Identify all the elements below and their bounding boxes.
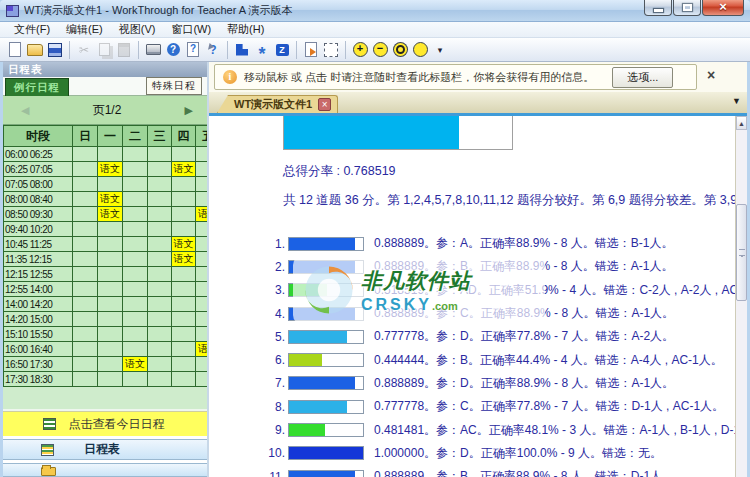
scroll-up-icon[interactable] xyxy=(736,116,747,130)
schedule-empty-cell[interactable] xyxy=(172,372,195,386)
schedule-empty-cell[interactable] xyxy=(98,372,122,386)
schedule-empty-cell[interactable] xyxy=(196,312,209,326)
schedule-lesson-cell[interactable]: 语文 xyxy=(196,207,209,221)
tab-special-schedule[interactable]: 特殊日程 xyxy=(146,77,202,95)
pager-prev-icon[interactable]: ◀ xyxy=(21,104,29,117)
schedule-empty-cell[interactable] xyxy=(73,342,97,356)
schedule-empty-cell[interactable] xyxy=(98,327,122,341)
toolbar-help-topics-button[interactable] xyxy=(183,40,203,60)
schedule-empty-cell[interactable] xyxy=(196,297,209,311)
maximize-button[interactable] xyxy=(673,0,701,16)
toolbar-toolbar-more-button[interactable] xyxy=(430,40,450,60)
schedule-empty-cell[interactable] xyxy=(172,282,195,296)
schedule-empty-cell[interactable] xyxy=(148,237,171,251)
schedule-empty-cell[interactable] xyxy=(172,222,195,236)
toolbar-new-document-button[interactable] xyxy=(5,40,25,60)
nav-item-files[interactable] xyxy=(3,463,207,477)
schedule-empty-cell[interactable] xyxy=(98,282,122,296)
schedule-empty-cell[interactable] xyxy=(172,327,195,341)
schedule-lesson-cell[interactable]: 语文 xyxy=(98,162,122,176)
schedule-empty-cell[interactable] xyxy=(196,162,209,176)
toolbar-open-file-button[interactable] xyxy=(25,40,45,60)
menu-item-help[interactable]: 帮助(H) xyxy=(219,21,272,38)
toolbar-about-help-button[interactable] xyxy=(163,40,183,60)
menu-item-view[interactable]: 视图(V) xyxy=(111,21,164,38)
schedule-empty-cell[interactable] xyxy=(73,282,97,296)
schedule-empty-cell[interactable] xyxy=(148,312,171,326)
schedule-empty-cell[interactable] xyxy=(196,252,209,266)
schedule-empty-cell[interactable] xyxy=(148,147,171,161)
schedule-empty-cell[interactable] xyxy=(123,372,147,386)
toolbar-zoom-reset-button[interactable] xyxy=(390,40,410,60)
schedule-empty-cell[interactable] xyxy=(148,372,171,386)
schedule-empty-cell[interactable] xyxy=(98,312,122,326)
toolbar-zoom-out-button[interactable] xyxy=(370,40,390,60)
schedule-empty-cell[interactable] xyxy=(73,372,97,386)
schedule-empty-cell[interactable] xyxy=(148,222,171,236)
schedule-lesson-cell[interactable]: 语文 xyxy=(172,162,195,176)
schedule-empty-cell[interactable] xyxy=(123,237,147,251)
schedule-empty-cell[interactable] xyxy=(98,357,122,371)
schedule-empty-cell[interactable] xyxy=(98,222,122,236)
schedule-empty-cell[interactable] xyxy=(172,297,195,311)
schedule-empty-cell[interactable] xyxy=(73,177,97,191)
schedule-empty-cell[interactable] xyxy=(123,162,147,176)
schedule-empty-cell[interactable] xyxy=(98,342,122,356)
schedule-empty-cell[interactable] xyxy=(73,237,97,251)
schedule-empty-cell[interactable] xyxy=(172,342,195,356)
schedule-empty-cell[interactable] xyxy=(73,297,97,311)
schedule-empty-cell[interactable] xyxy=(73,162,97,176)
schedule-lesson-cell[interactable]: 语文 xyxy=(98,207,122,221)
schedule-empty-cell[interactable] xyxy=(123,282,147,296)
schedule-empty-cell[interactable] xyxy=(172,267,195,281)
toolbar-report-export-button[interactable] xyxy=(301,40,321,60)
schedule-empty-cell[interactable] xyxy=(98,237,122,251)
schedule-empty-cell[interactable] xyxy=(73,147,97,161)
schedule-empty-cell[interactable] xyxy=(123,327,147,341)
close-button[interactable] xyxy=(702,0,744,16)
minimize-button[interactable] xyxy=(644,0,672,16)
schedule-empty-cell[interactable] xyxy=(98,177,122,191)
schedule-empty-cell[interactable] xyxy=(196,147,209,161)
notification-close-icon[interactable] xyxy=(704,69,718,83)
schedule-empty-cell[interactable] xyxy=(172,192,195,206)
schedule-empty-cell[interactable] xyxy=(98,252,122,266)
schedule-empty-cell[interactable] xyxy=(73,327,97,341)
toolbar-save-button[interactable] xyxy=(45,40,65,60)
schedule-lesson-cell[interactable]: 语文 xyxy=(172,252,195,266)
schedule-empty-cell[interactable] xyxy=(123,297,147,311)
schedule-empty-cell[interactable] xyxy=(123,207,147,221)
schedule-empty-cell[interactable] xyxy=(98,267,122,281)
schedule-empty-cell[interactable] xyxy=(196,222,209,236)
tab-list-dropdown-icon[interactable] xyxy=(732,96,741,106)
schedule-empty-cell[interactable] xyxy=(73,312,97,326)
toolbar-settings-button[interactable] xyxy=(252,40,272,60)
schedule-empty-cell[interactable] xyxy=(98,147,122,161)
schedule-empty-cell[interactable] xyxy=(172,177,195,191)
scrollbar-thumb[interactable] xyxy=(736,204,747,301)
schedule-empty-cell[interactable] xyxy=(73,222,97,236)
schedule-empty-cell[interactable] xyxy=(196,192,209,206)
toolbar-statistics-chart-button[interactable] xyxy=(232,40,252,60)
schedule-empty-cell[interactable] xyxy=(123,342,147,356)
tab-close-icon[interactable] xyxy=(318,98,331,111)
toolbar-context-help-button[interactable] xyxy=(203,40,223,60)
schedule-empty-cell[interactable] xyxy=(98,297,122,311)
today-schedule-button[interactable]: 点击查看今日日程 xyxy=(3,411,207,436)
toolbar-highlight-circle-button[interactable] xyxy=(410,40,430,60)
schedule-empty-cell[interactable] xyxy=(196,177,209,191)
schedule-lesson-cell[interactable]: 语文 xyxy=(123,357,147,371)
schedule-empty-cell[interactable] xyxy=(123,192,147,206)
menu-item-edit[interactable]: 编辑(E) xyxy=(58,21,111,38)
tab-routine-schedule[interactable]: 例行日程 xyxy=(5,78,69,97)
schedule-lesson-cell[interactable]: 语文 xyxy=(172,237,195,251)
schedule-empty-cell[interactable] xyxy=(148,177,171,191)
nav-item-schedule[interactable]: 日程表 xyxy=(3,439,207,460)
schedule-empty-cell[interactable] xyxy=(73,207,97,221)
schedule-empty-cell[interactable] xyxy=(148,357,171,371)
schedule-empty-cell[interactable] xyxy=(148,192,171,206)
toolbar-print-button[interactable] xyxy=(143,40,163,60)
schedule-empty-cell[interactable] xyxy=(73,192,97,206)
schedule-empty-cell[interactable] xyxy=(196,327,209,341)
vertical-scrollbar[interactable] xyxy=(735,116,747,477)
